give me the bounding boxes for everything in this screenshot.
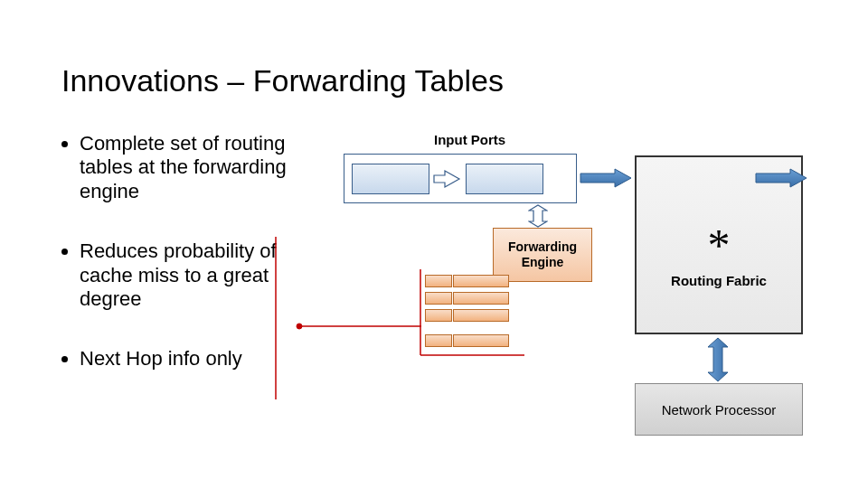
table-cell <box>453 292 509 305</box>
bullet-2: Reduces probability of cache miss to a g… <box>80 239 324 311</box>
slide-title: Innovations – Forwarding Tables <box>61 63 504 99</box>
bullet-1: Complete set of routing tables at the fo… <box>80 132 324 203</box>
arrow-ports-engine-icon <box>528 204 548 228</box>
arrow-to-fabric-icon <box>579 168 633 188</box>
asterisk-icon: * <box>637 219 801 271</box>
svg-point-1 <box>297 324 302 329</box>
bullet-3: Next Hop info only <box>80 347 324 371</box>
input-ports-frame <box>344 154 577 203</box>
table-cell <box>425 309 452 322</box>
port-box-left <box>352 164 429 194</box>
table-cell <box>425 292 452 305</box>
forwarding-engine-l2: Engine <box>494 255 591 270</box>
network-processor-box: Network Processor <box>635 383 803 436</box>
routing-table <box>425 275 514 347</box>
input-ports-label: Input Ports <box>434 132 505 147</box>
table-row <box>425 275 514 287</box>
table-cell <box>425 275 452 287</box>
table-row <box>425 292 514 305</box>
table-cell <box>453 309 509 322</box>
arrow-fabric-right-icon <box>754 168 808 188</box>
diagram-area: Input Ports Forwarding Engine * Routing … <box>344 132 841 448</box>
bullet-list: Complete set of routing tables at the fo… <box>61 132 324 408</box>
table-cell <box>453 334 509 347</box>
port-box-right <box>466 164 543 194</box>
arrow-fabric-processor-icon <box>705 336 731 383</box>
table-row <box>425 334 514 347</box>
red-vline-left <box>271 237 280 399</box>
routing-fabric-label: Routing Fabric <box>637 273 801 288</box>
arrow-right-icon <box>432 169 463 189</box>
table-cell <box>453 275 509 287</box>
red-hconnector <box>295 322 421 331</box>
table-cell <box>425 334 452 347</box>
forwarding-engine-l1: Forwarding <box>494 239 591 255</box>
table-row <box>425 309 514 322</box>
